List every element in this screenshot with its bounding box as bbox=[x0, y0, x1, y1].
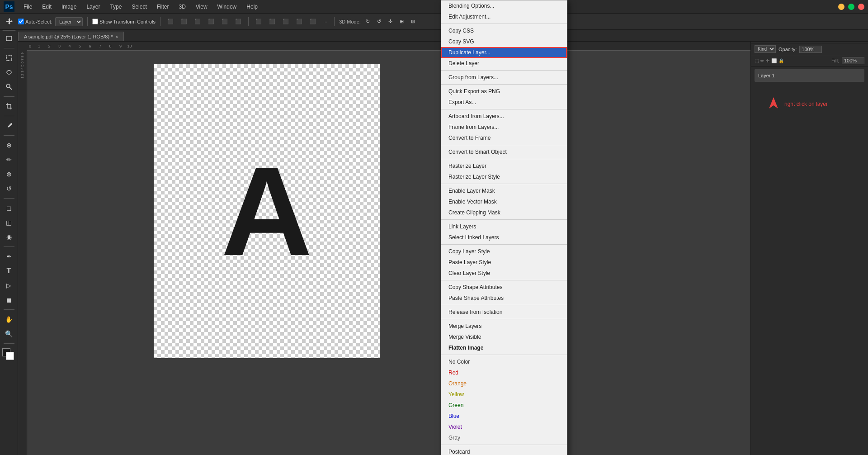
ctx-item-enable-vector-mask[interactable]: Enable Vector Mask bbox=[441, 196, 567, 207]
tool-hand[interactable]: ✋ bbox=[2, 313, 16, 326]
fill-input[interactable] bbox=[842, 57, 864, 64]
tool-artboard[interactable] bbox=[2, 32, 16, 45]
lock-all-icon[interactable]: 🔒 bbox=[778, 58, 784, 63]
ctx-item-paste-shape-attributes[interactable]: Paste Shape Attributes bbox=[441, 293, 567, 303]
tool-marquee[interactable] bbox=[2, 51, 16, 65]
menu-filter[interactable]: Filter bbox=[152, 2, 174, 12]
align-right-button[interactable]: ⬛ bbox=[192, 17, 203, 26]
tool-brush[interactable]: ✏ bbox=[2, 153, 16, 166]
layer-item[interactable]: Layer 1 bbox=[755, 69, 864, 82]
tool-dodge[interactable]: ◉ bbox=[2, 230, 16, 244]
ctx-item-frame-from-layers[interactable]: Frame from Layers... bbox=[441, 122, 567, 133]
document-tab[interactable]: A sample.pdf @ 25% (Layer 1, RGB/8) * × bbox=[18, 32, 124, 41]
ctx-item-convert-to-frame[interactable]: Convert to Frame bbox=[441, 133, 567, 143]
menu-edit[interactable]: Edit bbox=[38, 2, 56, 12]
opacity-input[interactable] bbox=[799, 46, 822, 53]
ctx-item-convert-smart-object[interactable]: Convert to Smart Object bbox=[441, 147, 567, 157]
ctx-item-copy-svg[interactable]: Copy SVG bbox=[441, 36, 567, 47]
ctx-item-create-clipping-mask[interactable]: Create Clipping Mask bbox=[441, 207, 567, 218]
menu-select[interactable]: Select bbox=[127, 2, 151, 12]
minimize-button[interactable] bbox=[838, 4, 844, 10]
ctx-item-delete-layer[interactable]: Delete Layer bbox=[441, 58, 567, 69]
ctx-item-duplicate-layer[interactable]: Duplicate Layer... bbox=[441, 47, 567, 58]
align-left-button[interactable]: ⬛ bbox=[165, 17, 176, 26]
tool-eyedropper[interactable] bbox=[2, 119, 16, 133]
lock-artboard-icon[interactable]: ⬜ bbox=[771, 58, 777, 63]
ctx-item-group-from-layers[interactable]: Group from Layers... bbox=[441, 72, 567, 83]
distribute-center-v-button[interactable]: ⬛ bbox=[307, 17, 318, 26]
3d-slide-button[interactable]: ⊞ bbox=[397, 17, 406, 26]
maximize-button[interactable] bbox=[848, 4, 854, 10]
close-button[interactable] bbox=[858, 4, 864, 10]
menu-image[interactable]: Image bbox=[57, 2, 81, 12]
ctx-item-copy-layer-style[interactable]: Copy Layer Style bbox=[441, 246, 567, 257]
ctx-item-rasterize-layer[interactable]: Rasterize Layer bbox=[441, 161, 567, 171]
ctx-item-clear-layer-style[interactable]: Clear Layer Style bbox=[441, 268, 567, 279]
ctx-item-yellow[interactable]: Yellow bbox=[441, 389, 567, 400]
ctx-item-enable-layer-mask[interactable]: Enable Layer Mask bbox=[441, 185, 567, 196]
transform-controls-checkbox[interactable] bbox=[92, 19, 98, 24]
menu-3d[interactable]: 3D bbox=[174, 2, 190, 12]
menu-window[interactable]: Window bbox=[213, 2, 241, 12]
ctx-item-red[interactable]: Red bbox=[441, 367, 567, 378]
menu-view[interactable]: View bbox=[191, 2, 212, 12]
align-bottom-button[interactable]: ⬛ bbox=[233, 17, 244, 26]
3d-pan-button[interactable]: ✛ bbox=[386, 17, 395, 26]
ctx-item-merge-visible[interactable]: Merge Visible bbox=[441, 332, 567, 342]
tool-type[interactable]: T bbox=[2, 264, 16, 278]
ctx-item-copy-shape-attributes[interactable]: Copy Shape Attributes bbox=[441, 282, 567, 293]
move-tool-options[interactable] bbox=[4, 16, 15, 27]
tool-healing[interactable]: ⊕ bbox=[2, 138, 16, 152]
tool-gradient[interactable]: ◫ bbox=[2, 216, 16, 229]
ctx-item-export-as[interactable]: Export As... bbox=[441, 97, 567, 108]
lock-position-icon[interactable]: ✛ bbox=[766, 58, 769, 63]
distribute-top-button[interactable]: ⬛ bbox=[294, 17, 305, 26]
ctx-item-select-linked-layers[interactable]: Select Linked Layers bbox=[441, 232, 567, 243]
menu-type[interactable]: Type bbox=[105, 2, 126, 12]
ctx-item-postcard[interactable]: Postcard bbox=[441, 446, 567, 455]
tool-quick-select[interactable] bbox=[2, 80, 16, 94]
tab-close-icon[interactable]: × bbox=[115, 34, 118, 39]
ctx-item-green[interactable]: Green bbox=[441, 400, 567, 411]
ctx-item-copy-css[interactable]: Copy CSS bbox=[441, 25, 567, 36]
ctx-item-no-color[interactable]: No Color bbox=[441, 356, 567, 367]
ctx-item-quick-export-png[interactable]: Quick Export as PNG bbox=[441, 86, 567, 97]
ctx-item-merge-layers[interactable]: Merge Layers bbox=[441, 321, 567, 332]
menu-layer[interactable]: Layer bbox=[82, 2, 104, 12]
ctx-item-rasterize-layer-style[interactable]: Rasterize Layer Style bbox=[441, 171, 567, 182]
tool-shape[interactable]: ◼ bbox=[2, 293, 16, 307]
tool-clone[interactable]: ⊗ bbox=[2, 167, 16, 181]
tool-zoom[interactable]: 🔍 bbox=[2, 327, 16, 341]
tool-eraser[interactable]: ◻ bbox=[2, 201, 16, 215]
ctx-item-blue[interactable]: Blue bbox=[441, 411, 567, 422]
tool-path-select[interactable]: ▷ bbox=[2, 279, 16, 292]
auto-select-dropdown[interactable]: Layer Group bbox=[55, 17, 83, 26]
distribute-center-h-button[interactable]: ⬛ bbox=[267, 17, 278, 26]
lock-transparent-icon[interactable]: ⬚ bbox=[755, 58, 759, 63]
3d-scale-button[interactable]: ⊠ bbox=[409, 17, 417, 26]
3d-roll-button[interactable]: ↺ bbox=[375, 17, 383, 26]
3d-rotate-button[interactable]: ↻ bbox=[363, 17, 372, 26]
ctx-item-link-layers[interactable]: Link Layers bbox=[441, 221, 567, 232]
tool-pen[interactable]: ✒ bbox=[2, 250, 16, 263]
background-color[interactable] bbox=[6, 352, 14, 360]
align-center-h-button[interactable]: ⬛ bbox=[179, 17, 189, 26]
ctx-item-violet[interactable]: Violet bbox=[441, 422, 567, 432]
distribute-left-button[interactable]: ⬛ bbox=[253, 17, 264, 26]
menu-help[interactable]: Help bbox=[242, 2, 262, 12]
more-options-button[interactable]: ··· bbox=[321, 18, 330, 26]
tool-crop[interactable] bbox=[2, 100, 16, 113]
distribute-right-button[interactable]: ⬛ bbox=[280, 17, 291, 26]
align-top-button[interactable]: ⬛ bbox=[206, 17, 217, 26]
ctx-item-edit-adjustment[interactable]: Edit Adjustment... bbox=[441, 11, 567, 22]
menu-file[interactable]: File bbox=[19, 2, 37, 12]
lock-image-icon[interactable]: ✏ bbox=[760, 58, 764, 63]
ctx-item-gray[interactable]: Gray bbox=[441, 432, 567, 443]
ctx-item-paste-layer-style[interactable]: Paste Layer Style bbox=[441, 257, 567, 268]
tool-history-brush[interactable]: ↺ bbox=[2, 182, 16, 195]
layer-type-filter[interactable]: Kind bbox=[755, 45, 776, 53]
ctx-item-orange[interactable]: Orange bbox=[441, 378, 567, 389]
align-center-v-button[interactable]: ⬛ bbox=[219, 17, 230, 26]
auto-select-checkbox[interactable] bbox=[18, 19, 24, 24]
ctx-item-release-from-isolation[interactable]: Release from Isolation bbox=[441, 307, 567, 318]
